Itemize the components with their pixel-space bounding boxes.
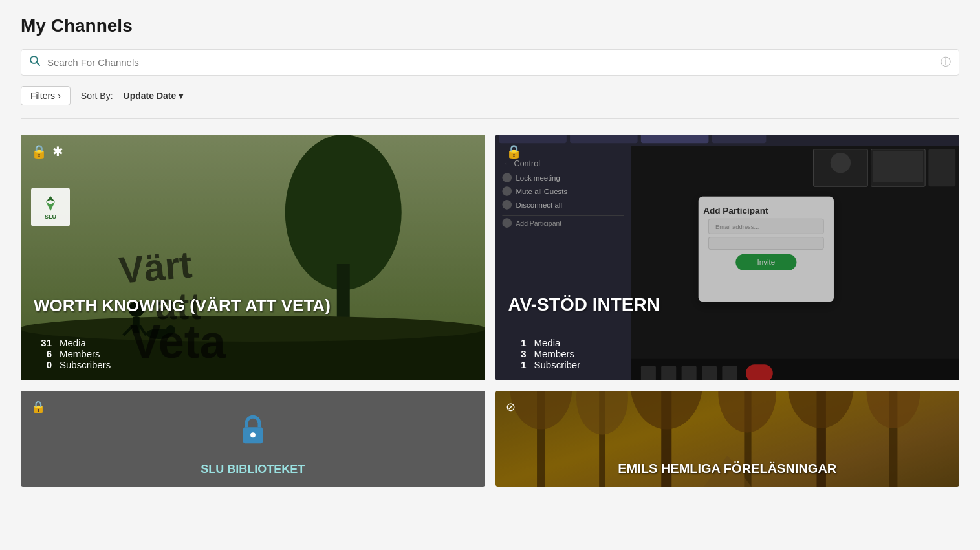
- channel-card-slu-biblioteket[interactable]: 🔒 SLU BIBLIOTEKET: [21, 391, 485, 487]
- sort-dropdown[interactable]: Update Date ▾: [124, 91, 184, 101]
- info-icon: ⓘ: [941, 56, 951, 69]
- card-name-slu: SLU BIBLIOTEKET: [21, 463, 485, 476]
- channel-card-av-stod[interactable]: ← Control Lock meeting Mute all Guests D…: [495, 135, 960, 380]
- search-bar: ⓘ: [21, 49, 959, 76]
- stat-row-members: 6 Members: [34, 348, 111, 359]
- filter-sort-row: Filters › Sort By: Update Date ▾: [21, 86, 959, 105]
- card-icons-slu: 🔒: [31, 400, 45, 414]
- svg-line-1: [37, 63, 40, 66]
- page-title: My Channels: [21, 16, 959, 36]
- card-title-worth-knowing: WORTH KNOWING (VÄRT ATT VETA): [34, 296, 472, 316]
- search-icon: [29, 55, 41, 70]
- asterisk-icon: ✱: [52, 144, 63, 159]
- card-icons-av: 🔒: [506, 144, 522, 159]
- sort-label: Sort By:: [81, 91, 113, 101]
- card-name-emils: EMILS HEMLIGA FÖRELÄSNINGAR: [495, 461, 960, 476]
- stat-row-av-members: 3 Members: [508, 348, 581, 359]
- card-icons: 🔒 ✱: [31, 144, 63, 159]
- card-icons-emils: ⊘: [506, 400, 516, 414]
- svg-point-55: [250, 432, 256, 437]
- card-stats-av: 1 Media 3 Members 1 Subscriber: [508, 337, 581, 370]
- divider: [21, 118, 959, 119]
- slu-lock-center: [240, 414, 266, 449]
- card-title-av: AV-STÖD INTERN: [508, 294, 947, 316]
- stat-row-media: 31 Media: [34, 337, 111, 348]
- card-stats-worth-knowing: 31 Media 6 Members 0 Subscribers: [34, 337, 111, 370]
- slu-logo: SLU: [31, 167, 70, 226]
- lock-icon-av: 🔒: [506, 144, 522, 159]
- channels-grid: Värt att Veta 🔒 ✱ SLU: [21, 135, 959, 487]
- filters-button[interactable]: Filters ›: [21, 86, 71, 105]
- lock-icon: 🔒: [31, 144, 47, 159]
- channel-card-worth-knowing[interactable]: Värt att Veta 🔒 ✱ SLU: [21, 135, 485, 380]
- stat-row-av-subscriber: 1 Subscriber: [508, 359, 581, 370]
- search-input[interactable]: [47, 57, 941, 68]
- stat-row-subscribers: 0 Subscribers: [34, 359, 111, 370]
- stat-row-av-media: 1 Media: [508, 337, 581, 348]
- page-container: My Channels ⓘ Filters › Sort By: Update …: [0, 0, 980, 502]
- channel-card-emils[interactable]: ⊘ EMILS HEMLIGA FÖRELÄSNINGAR: [495, 391, 960, 487]
